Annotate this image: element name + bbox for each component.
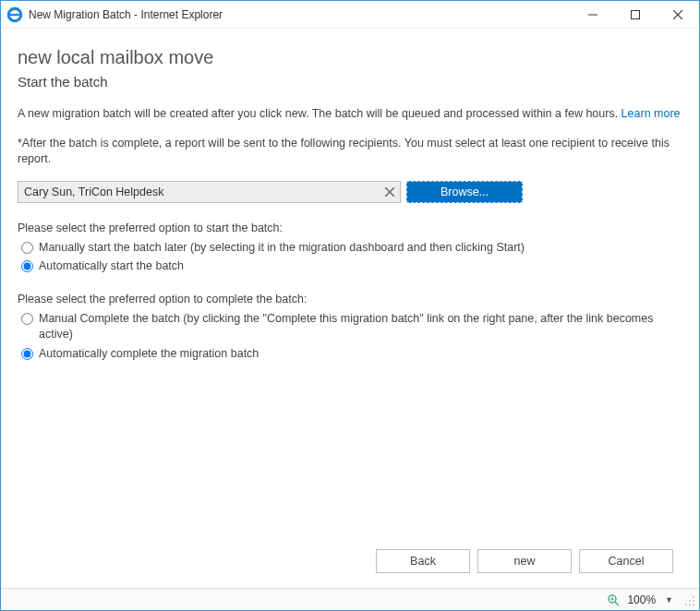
start-manual-option[interactable]: Manually start the batch later (by selec…	[18, 238, 682, 258]
complete-manual-label: Manual Complete the batch (by clicking t…	[39, 311, 682, 342]
minimize-button[interactable]	[572, 1, 614, 28]
titlebar: New Migration Batch - Internet Explorer	[1, 1, 699, 29]
close-button[interactable]	[657, 1, 699, 28]
window-controls	[572, 1, 699, 28]
svg-point-15	[693, 600, 694, 602]
recipient-input[interactable]	[18, 181, 401, 203]
window-title: New Migration Batch - Internet Explorer	[29, 8, 572, 21]
content-area: new local mailbox move Start the batch A…	[1, 29, 699, 364]
intro-text: A new migration batch will be created af…	[18, 106, 682, 123]
zoom-level[interactable]: 100%	[627, 593, 656, 606]
page-subheading: Start the batch	[18, 74, 682, 90]
svg-point-18	[693, 604, 694, 605]
svg-line-10	[615, 602, 619, 605]
learn-more-link[interactable]: Learn more	[622, 107, 681, 120]
svg-point-13	[693, 596, 694, 598]
recipient-note: *After the batch is complete, a report w…	[18, 136, 682, 168]
start-auto-option[interactable]: Automatically start the batch	[18, 257, 682, 276]
complete-option-group: Please select the preferred option to co…	[18, 293, 682, 364]
maximize-button[interactable]	[614, 1, 657, 28]
browse-button[interactable]: Browse...	[406, 181, 523, 203]
zoom-icon[interactable]	[607, 593, 620, 606]
start-manual-radio[interactable]	[21, 242, 33, 254]
complete-manual-option[interactable]: Manual Complete the batch (by clicking t…	[18, 309, 682, 344]
svg-rect-2	[9, 13, 20, 15]
start-auto-label: Automatically start the batch	[39, 258, 184, 274]
footer-buttons: Back new Cancel	[376, 549, 673, 573]
intro-pre: A new migration batch will be created af…	[18, 107, 622, 120]
zoom-dropdown-icon[interactable]: ▼	[665, 595, 673, 605]
complete-manual-radio[interactable]	[21, 313, 33, 325]
ie-icon	[6, 6, 23, 23]
recipient-input-wrap	[18, 181, 401, 203]
complete-auto-radio[interactable]	[21, 348, 33, 360]
start-prompt: Please select the preferred option to st…	[18, 222, 682, 234]
status-bar: 100% ▼	[1, 588, 699, 610]
start-option-group: Please select the preferred option to st…	[18, 222, 682, 277]
complete-auto-option[interactable]: Automatically complete the migration bat…	[18, 344, 682, 364]
start-auto-radio[interactable]	[21, 260, 33, 272]
new-button[interactable]: new	[477, 549, 572, 573]
cancel-button[interactable]: Cancel	[579, 549, 673, 573]
complete-prompt: Please select the preferred option to co…	[18, 293, 682, 306]
clear-icon[interactable]	[382, 185, 397, 199]
svg-point-17	[689, 604, 691, 605]
svg-rect-4	[632, 10, 640, 18]
recipient-row: Browse...	[18, 181, 682, 203]
svg-point-16	[685, 604, 687, 605]
complete-auto-label: Automatically complete the migration bat…	[39, 346, 259, 362]
start-manual-label: Manually start the batch later (by selec…	[39, 240, 525, 256]
page-heading: new local mailbox move	[18, 47, 682, 68]
resize-grip-icon[interactable]	[682, 593, 695, 606]
svg-point-14	[689, 600, 691, 602]
back-button[interactable]: Back	[376, 549, 470, 573]
